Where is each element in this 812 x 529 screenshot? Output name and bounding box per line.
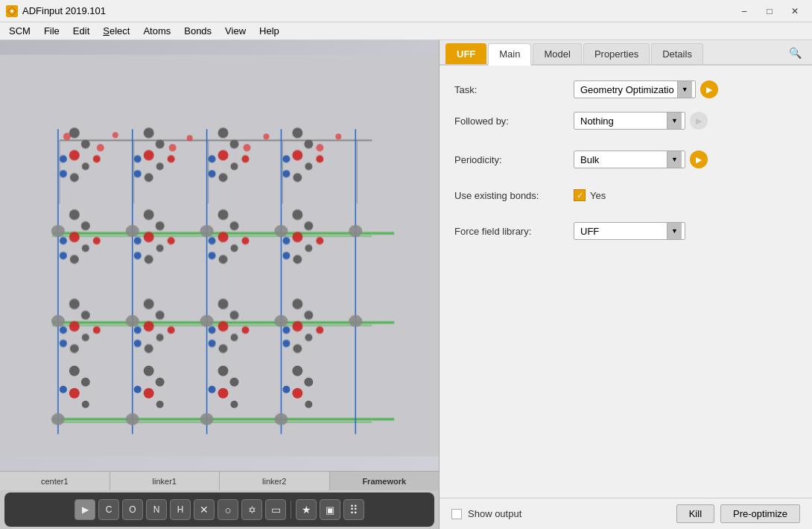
menu-view[interactable]: View: [219, 24, 252, 38]
followed-by-row: Followed by: Nothing ▼ ▶: [454, 112, 797, 130]
task-dropdown[interactable]: Geometry Optimizatio ▼: [574, 80, 696, 98]
use-existing-bonds-checkbox-wrap: ✓ Yes: [574, 189, 606, 201]
tab-uff[interactable]: UFF: [445, 43, 486, 64]
svg-point-150: [126, 414, 139, 425]
svg-point-54: [144, 232, 154, 242]
force-field-library-dropdown[interactable]: UFF ▼: [574, 222, 685, 240]
followed-by-dropdown-arrow[interactable]: ▼: [667, 113, 682, 129]
maximize-button[interactable]: □: [758, 4, 781, 19]
followed-by-next-button[interactable]: ▶: [690, 112, 708, 130]
menu-help[interactable]: Help: [253, 24, 285, 38]
pre-optimize-button[interactable]: Pre-optimize: [720, 504, 800, 523]
svg-point-80: [81, 311, 90, 320]
svg-point-28: [230, 162, 238, 170]
close-button[interactable]: ✕: [784, 4, 806, 19]
svg-point-46: [69, 232, 80, 242]
tab-properties[interactable]: Properties: [583, 43, 650, 64]
tool-cursor[interactable]: ▶: [74, 499, 95, 520]
minimize-button[interactable]: –: [733, 4, 755, 19]
tab-main[interactable]: Main: [488, 43, 531, 66]
tool-cross[interactable]: ✕: [194, 499, 215, 520]
svg-point-121: [144, 388, 154, 399]
svg-point-21: [145, 173, 153, 182]
menu-atoms[interactable]: Atoms: [137, 24, 177, 38]
menu-file[interactable]: File: [38, 24, 66, 38]
svg-point-44: [69, 209, 80, 220]
view-tab-bar: center1 linker1 linker2 Framework: [0, 471, 439, 490]
svg-point-36: [305, 162, 312, 170]
tool-rectangle[interactable]: ▭: [265, 499, 286, 520]
followed-by-dropdown[interactable]: Nothing ▼: [574, 112, 685, 130]
svg-point-132: [305, 401, 312, 408]
svg-point-144: [51, 315, 65, 327]
svg-point-119: [144, 366, 154, 376]
tab-linker2[interactable]: linker2: [220, 472, 330, 490]
followed-by-controls: Nothing ▼ ▶: [574, 112, 708, 130]
svg-point-25: [218, 127, 229, 138]
menu-bonds[interactable]: Bonds: [178, 24, 218, 38]
menu-scm[interactable]: SCM: [3, 24, 37, 38]
svg-point-85: [93, 326, 101, 334]
tool-box[interactable]: ▣: [320, 499, 340, 520]
svg-point-141: [200, 225, 214, 237]
task-dropdown-arrow[interactable]: ▼: [677, 81, 692, 98]
tool-nitrogen[interactable]: N: [146, 499, 167, 520]
show-output-checkbox[interactable]: [451, 509, 462, 519]
svg-point-94: [134, 340, 142, 347]
force-field-library-dropdown-arrow[interactable]: ▼: [667, 223, 682, 239]
tool-hydrogen[interactable]: H: [170, 499, 191, 520]
svg-point-126: [218, 388, 229, 399]
svg-point-147: [274, 315, 288, 327]
svg-point-131: [292, 388, 302, 399]
svg-point-146: [200, 315, 214, 327]
svg-point-82: [82, 334, 89, 341]
search-button[interactable]: 🔍: [784, 42, 806, 64]
svg-point-49: [60, 237, 67, 244]
app-icon: [6, 5, 18, 17]
menu-bar: SCM File Edit Select Atoms Bonds View He…: [0, 22, 812, 40]
menu-select[interactable]: Select: [97, 24, 136, 38]
svg-point-16: [93, 155, 101, 162]
tool-oxygen[interactable]: O: [122, 499, 143, 520]
spacer1: [454, 143, 797, 151]
svg-point-160: [316, 144, 323, 151]
svg-point-105: [292, 321, 302, 332]
tab-model[interactable]: Model: [533, 43, 581, 64]
periodicity-dropdown[interactable]: Bulk ▼: [574, 151, 685, 168]
svg-point-142: [274, 225, 288, 237]
svg-point-74: [316, 237, 323, 244]
task-next-button[interactable]: ▶: [700, 80, 718, 98]
viewport[interactable]: Framework: [0, 40, 439, 471]
svg-point-152: [274, 414, 288, 425]
tab-center1[interactable]: center1: [0, 472, 110, 490]
tab-linker1[interactable]: linker1: [110, 472, 221, 490]
tool-ring[interactable]: ○: [218, 499, 238, 520]
svg-point-24: [168, 155, 175, 162]
svg-point-99: [219, 344, 228, 353]
svg-point-22: [134, 155, 142, 162]
tool-more[interactable]: ⠿: [343, 499, 364, 520]
use-existing-bonds-checkbox[interactable]: ✓: [574, 189, 586, 201]
svg-point-64: [219, 255, 228, 264]
tool-star[interactable]: ★: [296, 499, 317, 520]
tool-carbon[interactable]: C: [98, 499, 119, 520]
svg-point-123: [134, 386, 142, 393]
tool-star-of-david[interactable]: ✡: [241, 499, 262, 520]
spacer3: [454, 215, 797, 222]
svg-point-48: [70, 255, 79, 264]
svg-point-20: [156, 162, 164, 170]
tab-framework[interactable]: Framework: [330, 472, 440, 490]
svg-point-90: [156, 334, 164, 341]
periodicity-next-button[interactable]: ▶: [690, 151, 708, 168]
svg-point-118: [60, 386, 67, 393]
kill-button[interactable]: Kill: [676, 504, 714, 523]
menu-edit[interactable]: Edit: [67, 24, 95, 38]
periodicity-dropdown-arrow[interactable]: ▼: [667, 151, 682, 168]
svg-point-18: [156, 139, 165, 148]
svg-point-23: [134, 170, 142, 177]
toolbar-separator: [291, 501, 291, 519]
tab-details[interactable]: Details: [651, 43, 703, 64]
svg-point-17: [144, 127, 154, 138]
svg-point-102: [209, 340, 216, 347]
use-existing-bonds-row: Use existing bonds: ✓ Yes: [454, 189, 797, 201]
